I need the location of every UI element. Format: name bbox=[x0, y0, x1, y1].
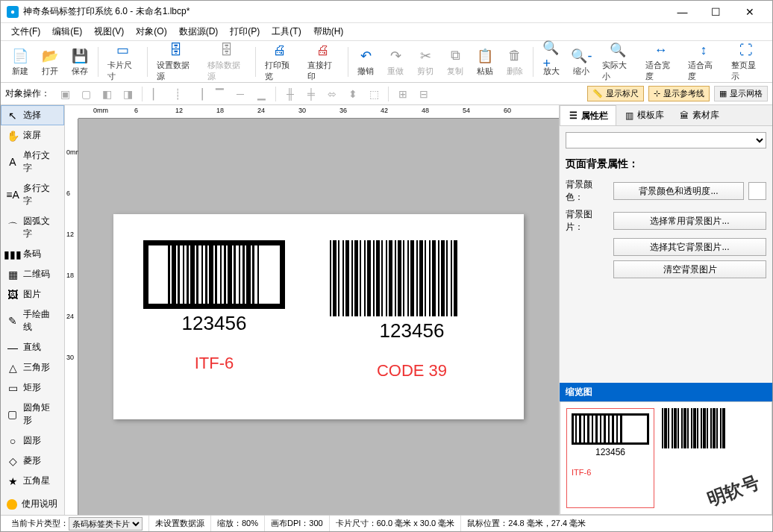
cut-button[interactable]: ✂剪切 bbox=[410, 46, 440, 78]
dist-h-icon[interactable]: ╫ bbox=[281, 86, 299, 102]
send-back-icon[interactable]: ▢ bbox=[77, 86, 95, 102]
fitpage-button[interactable]: ⛶整页显示 bbox=[725, 40, 768, 84]
align-left-icon[interactable]: ▏ bbox=[148, 86, 166, 102]
menu-item[interactable]: 对象(O) bbox=[130, 23, 172, 40]
print-button[interactable]: 🖨直接打印 bbox=[301, 40, 344, 84]
preview-text: 123456 bbox=[572, 447, 649, 457]
menu-item[interactable]: 编辑(E) bbox=[46, 23, 88, 40]
tool-pan[interactable]: ✋滚屏 bbox=[1, 125, 64, 145]
zoomout-button[interactable]: 🔍-缩小 bbox=[566, 46, 596, 78]
bgimg-common-button[interactable]: 选择常用背景图片... bbox=[613, 212, 766, 230]
undo-button[interactable]: ↶撤销 bbox=[351, 46, 381, 78]
actual-button[interactable]: 🔍实际大小 bbox=[596, 40, 639, 84]
align-right-icon[interactable]: ▕ bbox=[190, 86, 207, 102]
diamond-icon: ◇ bbox=[7, 455, 19, 467]
preview-button[interactable]: 🖨打印预览 bbox=[259, 40, 301, 84]
tool-qrcode[interactable]: ▦二维码 bbox=[1, 264, 64, 284]
label-page[interactable]: 123456 ITF-6 123456 CODE 39 bbox=[113, 214, 524, 419]
tool-palette: ↖选择✋滚屏A单行文字≡A多行文字⌒圆弧文字▮▮▮条码▦二维码🖼图片✎手绘曲线—… bbox=[1, 105, 65, 515]
zoomout-icon: 🔍- bbox=[572, 47, 590, 65]
line-icon: — bbox=[7, 342, 19, 354]
menu-item[interactable]: 工具(T) bbox=[266, 23, 307, 40]
tool-text[interactable]: A单行文字 bbox=[1, 145, 64, 178]
open-button[interactable]: 📂打开 bbox=[35, 46, 65, 78]
menu-item[interactable]: 打印(P) bbox=[224, 23, 266, 40]
tab-properties[interactable]: ☰属性栏 bbox=[560, 105, 616, 125]
bring-front-icon[interactable]: ▣ bbox=[56, 86, 74, 102]
tool-select[interactable]: ↖选择 bbox=[1, 105, 64, 125]
align-bottom-icon[interactable]: ▁ bbox=[252, 86, 270, 102]
layer-down-icon[interactable]: ◨ bbox=[119, 86, 137, 102]
pan-icon: ✋ bbox=[7, 130, 19, 142]
open-icon: 📂 bbox=[41, 47, 59, 65]
tool-diamond[interactable]: ◇菱形 bbox=[1, 451, 64, 471]
fitpage-icon: ⛶ bbox=[737, 41, 755, 59]
menu-item[interactable]: 视图(V) bbox=[88, 23, 130, 40]
tab-templates[interactable]: ▥模板库 bbox=[616, 105, 672, 125]
bgimg-clear-button[interactable]: 清空背景图片 bbox=[613, 260, 766, 278]
align-center-icon[interactable]: ┊ bbox=[169, 86, 187, 102]
main-toolbar: 📄新建📂打开💾保存▭卡片尺寸🗄设置数据源🗄移除数据源🖨打印预览🖨直接打印↶撤销↷… bbox=[1, 41, 772, 83]
tool-rect[interactable]: ▭矩形 bbox=[1, 378, 64, 398]
barcode-itf6[interactable]: 123456 ITF-6 bbox=[143, 240, 285, 373]
new-button[interactable]: 📄新建 bbox=[5, 46, 35, 78]
barcode-code39[interactable]: 123456 CODE 39 bbox=[330, 240, 494, 381]
tool-line[interactable]: —直线 bbox=[1, 337, 64, 357]
copy-button[interactable]: ⧉复制 bbox=[440, 46, 470, 78]
bgcolor-swatch[interactable] bbox=[748, 182, 766, 200]
close-button[interactable]: ✕ bbox=[733, 1, 766, 23]
ungroup-icon[interactable]: ⊟ bbox=[415, 86, 433, 102]
status-dpi: 画布DPI：300 bbox=[265, 516, 330, 531]
tool-ellipse[interactable]: ○圆形 bbox=[1, 431, 64, 451]
tool-image[interactable]: 🖼图片 bbox=[1, 284, 64, 304]
tool-roundrect[interactable]: ▢圆角矩形 bbox=[1, 398, 64, 431]
menu-item[interactable]: 帮助(H) bbox=[307, 23, 350, 40]
arctext-icon: ⌒ bbox=[7, 222, 19, 234]
align-middle-icon[interactable]: ─ bbox=[231, 86, 249, 102]
minimize-button[interactable]: — bbox=[666, 1, 699, 23]
same-height-icon[interactable]: ⬍ bbox=[344, 86, 362, 102]
zoomin-button[interactable]: 🔍+放大 bbox=[536, 46, 566, 78]
fith-button[interactable]: ↕适合高度 bbox=[682, 40, 725, 84]
bgcolor-button[interactable]: 背景颜色和透明度... bbox=[613, 182, 744, 200]
resources-icon: 🏛 bbox=[679, 110, 689, 121]
fitw-button[interactable]: ↔适合宽度 bbox=[639, 40, 682, 84]
dist-v-icon[interactable]: ╪ bbox=[302, 86, 320, 102]
group-icon[interactable]: ⊞ bbox=[394, 86, 412, 102]
same-size-icon[interactable]: ⬚ bbox=[365, 86, 383, 102]
removeds-button[interactable]: 🗄移除数据源 bbox=[201, 40, 252, 84]
ellipse-icon: ○ bbox=[7, 435, 19, 447]
help-button[interactable]: 使用说明 bbox=[1, 493, 64, 515]
menu-item[interactable]: 文件(F) bbox=[5, 23, 46, 40]
tab-resources[interactable]: 🏛素材库 bbox=[672, 105, 727, 125]
select-icon: ↖ bbox=[7, 110, 19, 122]
tool-mtext[interactable]: ≡A多行文字 bbox=[1, 178, 64, 211]
align-top-icon[interactable]: ▔ bbox=[210, 86, 228, 102]
cardsize-button[interactable]: ▭卡片尺寸 bbox=[101, 40, 144, 84]
menu-item[interactable]: 数据源(D) bbox=[173, 23, 225, 40]
tool-freehand[interactable]: ✎手绘曲线 bbox=[1, 304, 64, 337]
redo-button[interactable]: ↷重做 bbox=[381, 46, 410, 78]
tool-star[interactable]: ★五角星 bbox=[1, 471, 64, 491]
grid-icon: ▦ bbox=[719, 89, 727, 98]
save-icon: 💾 bbox=[71, 47, 89, 65]
delete-button[interactable]: 🗑删除 bbox=[500, 46, 530, 78]
layer-up-icon[interactable]: ◧ bbox=[98, 86, 116, 102]
maximize-button[interactable]: ☐ bbox=[699, 1, 733, 23]
tool-barcode[interactable]: ▮▮▮条码 bbox=[1, 244, 64, 264]
cardtype-select[interactable]: 条码标签类卡片 bbox=[69, 517, 143, 531]
canvas-wrap: 0mm6121824303642485460 0mm612182430 1234… bbox=[65, 105, 559, 515]
toggle-ruler[interactable]: 📏显示标尺 bbox=[587, 86, 644, 101]
object-selector[interactable] bbox=[566, 132, 766, 148]
toggle-guides[interactable]: ⊹显示参考线 bbox=[648, 86, 710, 101]
tool-arctext[interactable]: ⌒圆弧文字 bbox=[1, 211, 64, 244]
save-button[interactable]: 💾保存 bbox=[65, 46, 95, 78]
bgimg-other-button[interactable]: 选择其它背景图片... bbox=[613, 238, 766, 256]
toggle-grid[interactable]: ▦显示网格 bbox=[714, 86, 768, 101]
paste-button[interactable]: 📋粘贴 bbox=[470, 46, 500, 78]
canvas-area[interactable]: 123456 ITF-6 123456 CODE 39 bbox=[78, 119, 559, 515]
same-width-icon[interactable]: ⬄ bbox=[323, 86, 341, 102]
setds-button[interactable]: 🗄设置数据源 bbox=[151, 40, 201, 84]
tool-triangle[interactable]: △三角形 bbox=[1, 357, 64, 378]
paste-icon: 📋 bbox=[476, 47, 494, 65]
